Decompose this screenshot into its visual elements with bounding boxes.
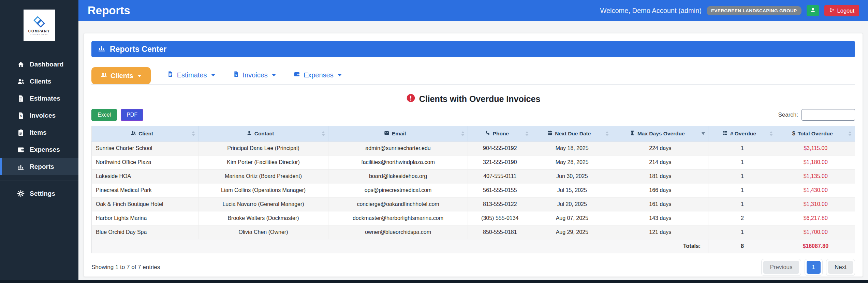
export-buttons: Excel PDF bbox=[91, 109, 143, 121]
cell-max-days-overdue: 224 days bbox=[612, 142, 708, 155]
column-header-contact[interactable]: Contact bbox=[198, 126, 328, 142]
cell-num-overdue: 1 bbox=[708, 197, 776, 211]
logo-slogan: SLOGAN HERE bbox=[30, 34, 48, 35]
cell-client: Harbor Lights Marina bbox=[92, 211, 198, 225]
section-title-text: Clients with Overdue Invoices bbox=[419, 94, 541, 104]
tab-clients[interactable]: Clients bbox=[91, 67, 151, 84]
column-header-next-due-date[interactable]: Next Due Date bbox=[532, 126, 612, 142]
column-header-email[interactable]: Email bbox=[328, 126, 468, 142]
pdf-export-button[interactable]: PDF bbox=[121, 109, 143, 121]
sidebar-item-estimates[interactable]: Estimates bbox=[0, 90, 78, 107]
cell-email: dockmaster@harborlightsmarina.com bbox=[328, 211, 468, 225]
sidebar-nav: Dashboard Clients Estimates $ Invoices I… bbox=[0, 56, 78, 202]
app-window: COMPANY SLOGAN HERE Dashboard Clients Es… bbox=[0, 0, 868, 280]
sidebar-item-invoices[interactable]: $ Invoices bbox=[0, 107, 78, 124]
org-badge: EVERGREEN LANDSCAPING GROUP bbox=[707, 6, 801, 15]
logout-button[interactable]: Logout bbox=[824, 5, 859, 16]
sidebar-item-label: Clients bbox=[30, 78, 51, 85]
cell-num-overdue: 1 bbox=[708, 142, 776, 155]
logo-name: COMPANY bbox=[28, 29, 50, 33]
column-header-num-overdue[interactable]: # Overdue bbox=[708, 126, 776, 142]
sidebar-divider bbox=[0, 180, 78, 180]
column-header-max-days-overdue[interactable]: Max Days Overdue bbox=[612, 126, 708, 142]
column-label: Max Days Overdue bbox=[637, 131, 685, 137]
cell-max-days-overdue: 214 days bbox=[612, 155, 708, 169]
search-control: Search: bbox=[778, 109, 855, 121]
topbar-right: Welcome, Demo Account (admin) EVERGREEN … bbox=[600, 5, 859, 16]
file-invoice-dollar-icon: $ bbox=[17, 112, 25, 119]
dollar-icon: $ bbox=[792, 131, 795, 137]
users-icon bbox=[131, 130, 136, 137]
sidebar-item-label: Items bbox=[30, 129, 47, 136]
sign-out-icon bbox=[829, 7, 835, 14]
excel-export-button[interactable]: Excel bbox=[91, 109, 117, 121]
chart-bar-icon bbox=[17, 163, 25, 170]
tab-label: Expenses bbox=[304, 71, 334, 79]
sidebar-item-expenses[interactable]: Expenses bbox=[0, 141, 78, 158]
column-label: Next Due Date bbox=[555, 131, 591, 137]
cell-next-due-date: Jun 30, 2025 bbox=[532, 169, 612, 183]
cell-next-due-date: May 28, 2025 bbox=[532, 155, 612, 169]
column-header-total-overdue[interactable]: $Total Overdue bbox=[776, 126, 855, 142]
sidebar-item-label: Settings bbox=[30, 190, 55, 197]
svg-text:$: $ bbox=[20, 115, 21, 118]
cell-num-overdue: 1 bbox=[708, 155, 776, 169]
cell-next-due-date: Aug 29, 2025 bbox=[532, 225, 612, 239]
cell-total-overdue: $1,180.00 bbox=[776, 155, 855, 169]
company-logo: COMPANY SLOGAN HERE bbox=[24, 10, 55, 41]
hourglass-icon bbox=[630, 130, 635, 137]
table-row: Blue Orchid Day SpaOlivia Chen (Owner)ow… bbox=[92, 225, 855, 239]
user-profile-button[interactable] bbox=[807, 5, 819, 16]
totals-overdue-count: 8 bbox=[708, 239, 776, 253]
column-label: Email bbox=[392, 131, 406, 137]
cell-num-overdue: 1 bbox=[708, 183, 776, 197]
previous-page-button[interactable]: Previous bbox=[763, 261, 799, 274]
tab-estimates[interactable]: Estimates bbox=[166, 67, 217, 84]
sidebar-item-items[interactable]: Items bbox=[0, 124, 78, 141]
sidebar-item-settings[interactable]: Settings bbox=[0, 185, 78, 202]
clipboard-icon bbox=[17, 129, 25, 136]
column-label: Total Overdue bbox=[798, 131, 833, 137]
cell-max-days-overdue: 166 days bbox=[612, 183, 708, 197]
table-body: Sunrise Charter SchoolPrincipal Dana Lee… bbox=[92, 142, 855, 239]
report-tabs: Clients Estimates $ Invoices bbox=[91, 67, 855, 85]
next-page-button[interactable]: Next bbox=[828, 261, 853, 274]
reports-center-title: Reports Center bbox=[110, 45, 166, 54]
sidebar-item-clients[interactable]: Clients bbox=[0, 73, 78, 90]
welcome-text: Welcome, Demo Account (admin) bbox=[600, 7, 702, 15]
column-header-client[interactable]: Client bbox=[92, 126, 198, 142]
caret-down-icon bbox=[272, 74, 276, 76]
calendar-icon bbox=[547, 130, 553, 137]
search-label: Search: bbox=[778, 111, 798, 118]
sidebar-item-dashboard[interactable]: Dashboard bbox=[0, 56, 78, 73]
column-header-phone[interactable]: Phone bbox=[468, 126, 532, 142]
cell-phone: 813-555-0122 bbox=[468, 197, 532, 211]
sort-icon bbox=[769, 131, 773, 136]
sidebar-item-reports[interactable]: Reports bbox=[0, 158, 78, 175]
sort-descending-icon bbox=[702, 132, 705, 135]
totals-label: Totals: bbox=[92, 239, 708, 253]
cell-contact: Principal Dana Lee (Principal) bbox=[198, 142, 328, 155]
table-row: Pinecrest Medical ParkLiam Collins (Oper… bbox=[92, 183, 855, 197]
caret-down-icon bbox=[137, 75, 142, 77]
main-area: Reports Welcome, Demo Account (admin) EV… bbox=[78, 0, 868, 280]
sidebar-item-label: Estimates bbox=[30, 95, 60, 102]
tab-invoices[interactable]: $ Invoices bbox=[232, 67, 277, 84]
cell-contact: Brooke Walters (Dockmaster) bbox=[198, 211, 328, 225]
sidebar: COMPANY SLOGAN HERE Dashboard Clients Es… bbox=[0, 0, 78, 280]
cell-client: Oak & Finch Boutique Hotel bbox=[92, 197, 198, 211]
cell-email: board@lakesidehoa.org bbox=[328, 169, 468, 183]
cell-client: Lakeside HOA bbox=[92, 169, 198, 183]
envelope-icon bbox=[384, 130, 389, 137]
cell-contact: Olivia Chen (Owner) bbox=[198, 225, 328, 239]
sort-icon bbox=[848, 131, 852, 136]
search-input[interactable] bbox=[801, 109, 855, 121]
tab-expenses[interactable]: Expenses bbox=[292, 67, 343, 84]
current-page-button[interactable]: 1 bbox=[807, 261, 821, 274]
cell-phone: (305) 555-0134 bbox=[468, 211, 532, 225]
home-icon bbox=[17, 61, 25, 68]
sort-icon bbox=[461, 131, 465, 136]
table-list-icon bbox=[722, 130, 728, 137]
column-label: Phone bbox=[493, 131, 509, 137]
file-icon bbox=[167, 71, 174, 79]
